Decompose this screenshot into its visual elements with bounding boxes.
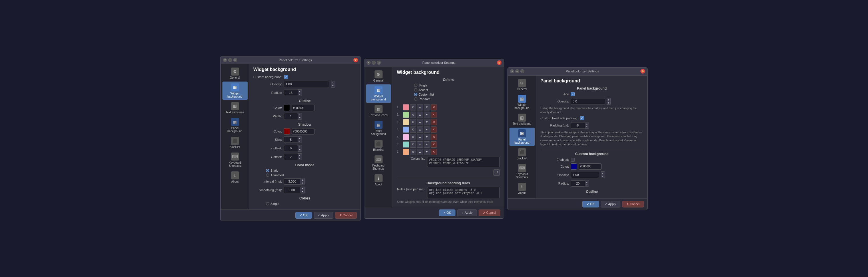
animated-radio[interactable]: [266, 173, 269, 177]
sidebar-item-general-3[interactable]: ⚙ General: [509, 77, 535, 92]
copy-color-6[interactable]: ⧉: [410, 141, 416, 148]
copy-color-4[interactable]: ⧉: [410, 127, 416, 133]
sidebar-item-blacklist-3[interactable]: ⬛ Blacklist: [509, 146, 535, 162]
ok-button-2[interactable]: ✓ OK: [439, 210, 456, 216]
sidebar-item-general-2[interactable]: ⚙ General: [366, 69, 391, 84]
color-swatch-6[interactable]: [403, 141, 409, 148]
sidebar-item-panel-bg-1[interactable]: ▦ Panel background: [222, 116, 248, 135]
delete-color-1[interactable]: ✕: [431, 104, 437, 110]
sidebar-item-general-1[interactable]: ⚙ General: [222, 66, 248, 81]
colors-list-textarea[interactable]: #ED8796 #A6DA95 #EED49F #8AADF4 #F5BDE6 …: [427, 157, 500, 167]
cancel-button-3[interactable]: ✗ Cancel: [622, 201, 644, 207]
delete-color-2[interactable]: ✕: [431, 112, 437, 118]
shadow-x-input[interactable]: [284, 145, 298, 151]
outline-color-input[interactable]: [291, 105, 314, 111]
custom-color-input[interactable]: [579, 163, 601, 170]
delete-color-4[interactable]: ✕: [431, 127, 437, 133]
move-up-7[interactable]: ▲: [417, 149, 423, 155]
copy-color-3[interactable]: ⧉: [410, 119, 416, 125]
cancel-button-2[interactable]: ✗ Cancel: [478, 210, 500, 216]
opacity-down-3[interactable]: ▼: [607, 101, 611, 105]
sidebar-item-widget-bg-2[interactable]: ▦ Widget background: [366, 84, 391, 103]
outline-color-swatch[interactable]: [284, 105, 290, 111]
smoothing-input[interactable]: [284, 187, 301, 193]
minimize-button-3[interactable]: ─: [515, 69, 519, 73]
move-down-6[interactable]: ▼: [424, 141, 430, 148]
minimize-button-2[interactable]: ─: [372, 61, 376, 65]
copy-color-7[interactable]: ⧉: [410, 149, 416, 155]
sidebar-item-text-icons-1[interactable]: ▦ Text and icons: [222, 101, 248, 116]
outline-width-input[interactable]: [284, 113, 298, 119]
single-radio-1[interactable]: [266, 202, 269, 205]
move-down-1[interactable]: ▼: [424, 104, 430, 110]
minimize-button-1[interactable]: ─: [228, 58, 232, 62]
custom-bg-checkbox[interactable]: ✓: [284, 75, 288, 79]
padding-px-input[interactable]: [571, 122, 585, 129]
shadow-color-swatch[interactable]: [284, 128, 290, 135]
color-swatch-5[interactable]: [403, 134, 409, 140]
delete-color-3[interactable]: ✕: [431, 119, 437, 125]
sidebar-item-blacklist-2[interactable]: ⬛ Blacklist: [366, 138, 391, 153]
shadow-y-input[interactable]: [284, 154, 298, 160]
opacity-up[interactable]: ▲: [331, 81, 335, 84]
maximize-button-1[interactable]: □: [233, 58, 237, 62]
radius-input-3[interactable]: [571, 180, 585, 187]
sidebar-item-widget-bg-1[interactable]: ▦ Widget background: [222, 82, 248, 100]
delete-color-5[interactable]: ✕: [431, 134, 437, 140]
apply-button-3[interactable]: ✓ Apply: [601, 201, 620, 207]
move-up-6[interactable]: ▲: [417, 141, 423, 148]
opacity-input-3[interactable]: [571, 98, 605, 105]
shadow-y-up[interactable]: ▲: [298, 154, 302, 157]
shadow-size-down[interactable]: ▼: [298, 140, 302, 143]
outline-width-up[interactable]: ▲: [298, 113, 302, 116]
opacity2-down[interactable]: ▼: [601, 175, 605, 178]
sidebar-item-text-icons-2[interactable]: ▦ Text and icons: [366, 103, 391, 118]
radius-up[interactable]: ▲: [298, 89, 302, 93]
hide-checkbox[interactable]: ✓: [571, 92, 575, 96]
opacity-down[interactable]: ▼: [331, 84, 335, 87]
shadow-color-input[interactable]: [291, 128, 314, 135]
sidebar-item-about-3[interactable]: ℹ About: [509, 181, 535, 196]
color-swatch-2[interactable]: [403, 112, 409, 118]
sidebar-item-widget-bg-3[interactable]: ▦ Widget background: [509, 93, 535, 111]
single-radio-btn-2[interactable]: [414, 84, 417, 87]
close-button-1[interactable]: ✕: [223, 58, 227, 62]
sidebar-item-panel-bg-2[interactable]: ▦ Panel background: [366, 119, 391, 137]
radius-up-3[interactable]: ▲: [585, 180, 589, 184]
cancel-button-1[interactable]: ✗ Cancel: [335, 212, 357, 219]
opacity2-input[interactable]: [571, 172, 599, 178]
refresh-colors-btn[interactable]: ↺: [493, 169, 500, 176]
copy-color-1[interactable]: ⧉: [410, 104, 416, 110]
radius-down[interactable]: ▼: [298, 93, 302, 96]
enabled-checkbox[interactable]: [571, 158, 575, 162]
sidebar-item-keyboard-2[interactable]: ⌨ Keyboard Shortcuts: [366, 154, 391, 172]
move-up-3[interactable]: ▲: [417, 119, 423, 125]
opacity2-up[interactable]: ▲: [601, 172, 605, 175]
interval-down[interactable]: ▼: [301, 182, 305, 185]
shadow-size-input[interactable]: [284, 137, 298, 143]
sidebar-item-keyboard-3[interactable]: ⌨ Keyboard Shortcuts: [509, 162, 535, 181]
move-down-4[interactable]: ▼: [424, 127, 430, 133]
ok-button-3[interactable]: ✓ OK: [582, 201, 599, 207]
color-swatch-4[interactable]: [403, 127, 409, 133]
color-swatch-3[interactable]: [403, 119, 409, 125]
move-down-3[interactable]: ▼: [424, 119, 430, 125]
sidebar-item-panel-bg-3[interactable]: ▦ Panel background: [509, 128, 535, 146]
color-swatch-7[interactable]: [403, 149, 409, 155]
apply-button-1[interactable]: ✓ Apply: [314, 212, 333, 219]
smoothing-down[interactable]: ▼: [301, 190, 305, 193]
sidebar-item-about-2[interactable]: ℹ About: [366, 172, 391, 188]
move-up-4[interactable]: ▲: [417, 127, 423, 133]
radius-input[interactable]: [284, 89, 298, 96]
ok-button-1[interactable]: ✓ OK: [295, 212, 312, 219]
sidebar-item-text-icons-3[interactable]: ▦ Text and icons: [509, 112, 535, 127]
color-swatch-1[interactable]: [403, 104, 409, 110]
padding-px-down[interactable]: ▼: [585, 125, 589, 129]
move-up-1[interactable]: ▲: [417, 104, 423, 110]
custom-fixed-checkbox[interactable]: ✓: [580, 116, 584, 120]
radius-down-3[interactable]: ▼: [585, 184, 589, 187]
custom-list-radio-btn-2[interactable]: [414, 93, 417, 96]
close-button-3[interactable]: ✕: [510, 69, 514, 73]
custom-color-swatch[interactable]: [571, 163, 577, 170]
move-up-2[interactable]: ▲: [417, 112, 423, 118]
